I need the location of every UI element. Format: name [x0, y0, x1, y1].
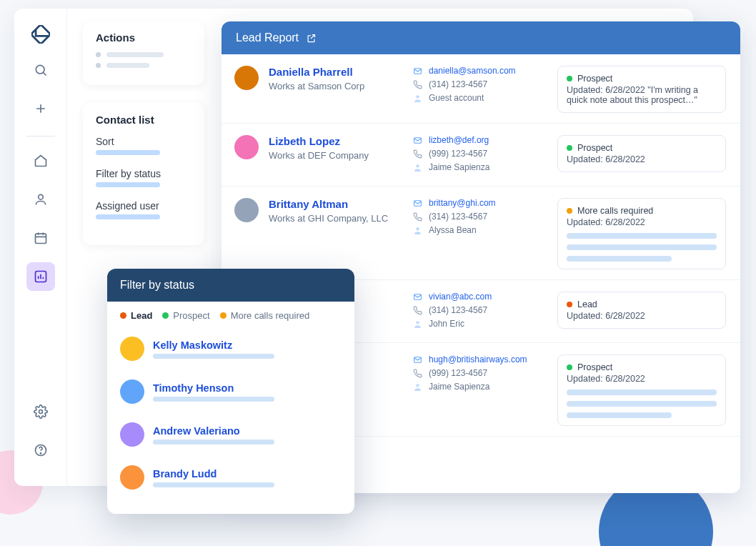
- filter-status-value-placeholder: [96, 182, 160, 187]
- lead-account: John Eric: [429, 319, 464, 329]
- filter-person-row[interactable]: Kelly Maskowitz: [120, 329, 342, 372]
- lead-phone: (999) 123-4567: [429, 149, 487, 159]
- mail-icon: [412, 66, 423, 76]
- phone-icon: [412, 80, 423, 89]
- account-icon: [412, 319, 423, 329]
- lead-email[interactable]: daniella@samson.com: [429, 66, 516, 76]
- assigned-user-value-placeholder: [96, 214, 160, 219]
- lead-email-row: vivian@abc.com: [412, 292, 547, 302]
- open-external-icon[interactable]: [306, 33, 317, 44]
- mail-icon: [412, 355, 423, 364]
- actions-title: Actions: [96, 31, 192, 44]
- lead-name[interactable]: Daniella Pharrell: [269, 66, 402, 78]
- lead-name[interactable]: Brittany Altman: [269, 198, 402, 210]
- filter-person-row[interactable]: Timothy Henson: [120, 372, 342, 415]
- lead-email[interactable]: hugh@britishairways.com: [429, 354, 527, 364]
- status-header: Prospect: [567, 74, 717, 84]
- account-icon: [412, 382, 423, 392]
- help-icon[interactable]: [26, 436, 55, 465]
- status-box[interactable]: LeadUpdated: 6/28/2022: [557, 292, 726, 329]
- calendar-icon[interactable]: [26, 224, 55, 252]
- svg-point-5: [39, 410, 42, 414]
- status-header: Prospect: [567, 362, 717, 372]
- sort-value-placeholder: [96, 150, 160, 155]
- status-updated: Updated: 6/28/2022: [567, 154, 717, 164]
- lead-account-row: Alyssa Bean: [412, 225, 547, 235]
- lead-phone-row: (999) 123-4567: [412, 368, 547, 378]
- filter-by-status-option[interactable]: Filter by status: [96, 168, 192, 179]
- settings-icon[interactable]: [26, 397, 55, 426]
- assigned-user-option[interactable]: Assigned user: [96, 200, 192, 212]
- person-name: Timothy Henson: [153, 382, 274, 394]
- home-icon[interactable]: [26, 147, 55, 175]
- lead-email[interactable]: brittany@ghi.com: [429, 198, 496, 208]
- lead-email[interactable]: lizbeth@def.org: [429, 135, 489, 145]
- phone-icon: [412, 212, 423, 222]
- legend-more-calls[interactable]: More calls required: [220, 310, 310, 321]
- status-header: More calls required: [567, 206, 717, 216]
- svg-point-9: [416, 95, 419, 98]
- lead-row: Daniella PharrellWorks at Samson Corpdan…: [222, 54, 740, 124]
- placeholder-line: [567, 401, 717, 407]
- status-box[interactable]: ProspectUpdated: 6/28/2022 "I'm writing …: [557, 66, 726, 113]
- action-item[interactable]: [96, 63, 192, 68]
- status-dot: [567, 364, 572, 370]
- avatar: [120, 465, 144, 490]
- status-label: Prospect: [577, 143, 612, 153]
- status-box[interactable]: ProspectUpdated: 6/28/2022: [557, 354, 726, 426]
- status-box[interactable]: More calls requiredUpdated: 6/28/2022: [557, 198, 726, 269]
- svg-point-11: [416, 164, 419, 167]
- sidebar-divider: [26, 136, 55, 136]
- lead-report-header: Lead Report: [222, 21, 740, 54]
- app-logo-icon[interactable]: [26, 20, 55, 49]
- placeholder-line: [567, 256, 672, 262]
- lead-email[interactable]: vivian@abc.com: [429, 292, 492, 302]
- sort-option[interactable]: Sort: [96, 136, 192, 147]
- reports-icon[interactable]: [26, 262, 55, 291]
- status-box[interactable]: ProspectUpdated: 6/28/2022: [557, 135, 726, 172]
- filter-person-row[interactable]: Brandy Ludd: [120, 458, 342, 501]
- svg-point-13: [416, 227, 419, 230]
- phone-icon: [412, 149, 423, 159]
- lead-name[interactable]: Lizbeth Lopez: [269, 135, 402, 147]
- lead-phone: (314) 123-4567: [429, 212, 487, 222]
- filter-person-row[interactable]: Andrew Valeriano: [120, 415, 342, 458]
- account-icon: [412, 94, 423, 103]
- search-icon[interactable]: [26, 56, 55, 84]
- lead-phone: (999) 123-4567: [429, 368, 487, 378]
- lead-account: Guest account: [429, 93, 484, 103]
- status-label: Prospect: [577, 362, 612, 372]
- placeholder-line: [567, 233, 717, 239]
- actions-card: Actions: [83, 21, 204, 85]
- lead-phone-row: (999) 123-4567: [412, 149, 547, 159]
- action-item[interactable]: [96, 52, 192, 57]
- lead-row: Lizbeth LopezWorks at DEF Companylizbeth…: [222, 124, 740, 187]
- filter-popup-title: Filter by status: [107, 269, 354, 302]
- status-dot: [567, 76, 572, 81]
- mail-icon: [412, 136, 423, 145]
- user-icon[interactable]: [26, 185, 55, 214]
- lead-account: Alyssa Bean: [429, 225, 477, 235]
- account-icon: [412, 226, 423, 235]
- avatar: [120, 422, 144, 447]
- legend-prospect[interactable]: Prospect: [162, 310, 209, 321]
- add-icon[interactable]: [26, 94, 55, 123]
- lead-account-row: John Eric: [412, 319, 547, 329]
- person-name: Brandy Ludd: [153, 468, 274, 480]
- lead-phone: (314) 123-4567: [429, 79, 487, 89]
- status-header: Lead: [567, 299, 717, 309]
- svg-point-17: [416, 384, 419, 387]
- lead-phone-row: (314) 123-4567: [412, 305, 547, 315]
- avatar: [234, 198, 259, 222]
- svg-point-2: [38, 194, 43, 199]
- person-name: Kelly Maskowitz: [153, 339, 274, 351]
- lead-email-row: hugh@britishairways.com: [412, 354, 547, 364]
- placeholder-line: [567, 244, 717, 250]
- avatar: [234, 135, 259, 159]
- lead-email-row: daniella@samson.com: [412, 66, 547, 76]
- lead-phone-row: (314) 123-4567: [412, 79, 547, 89]
- lead-account: Jaime Sapienza: [429, 162, 489, 172]
- legend-lead[interactable]: Lead: [120, 310, 152, 321]
- status-label: Lead: [577, 299, 597, 309]
- lead-email-row: brittany@ghi.com: [412, 198, 547, 208]
